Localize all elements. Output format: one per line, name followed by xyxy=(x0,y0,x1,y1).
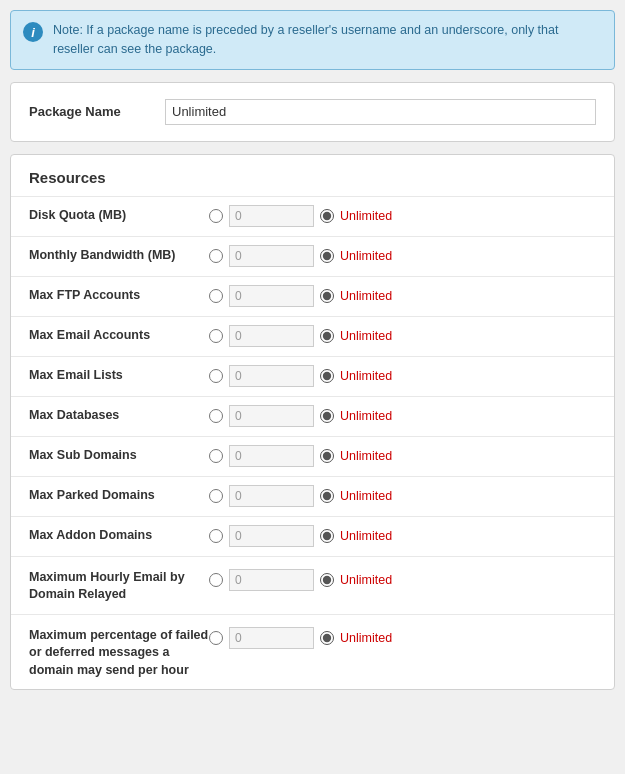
resource-row-max_hourly_email: Maximum Hourly Email by Domain Relayed U… xyxy=(11,556,614,614)
unlimited-label-max_failed_pct: Unlimited xyxy=(340,631,392,645)
resource-row-max_addon: Max Addon Domains Unlimited xyxy=(11,516,614,556)
radio-number-max_addon[interactable] xyxy=(209,529,223,543)
info-icon: i xyxy=(23,22,43,42)
resource-controls-max_parked: Unlimited xyxy=(209,485,596,507)
unlimited-label-max_databases: Unlimited xyxy=(340,409,392,423)
unlimited-label-max_addon: Unlimited xyxy=(340,529,392,543)
number-input-max_email[interactable] xyxy=(229,325,314,347)
unlimited-label-max_email: Unlimited xyxy=(340,329,392,343)
resource-controls-max_hourly_email: Unlimited xyxy=(209,567,596,591)
resource-label-max_email_lists: Max Email Lists xyxy=(29,367,209,385)
package-name-label: Package Name xyxy=(29,104,149,119)
radio-unlimited-max_hourly_email[interactable] xyxy=(320,573,334,587)
radio-number-max_sub_domains[interactable] xyxy=(209,449,223,463)
resource-controls-max_addon: Unlimited xyxy=(209,525,596,547)
resource-row-max_ftp: Max FTP Accounts Unlimited xyxy=(11,276,614,316)
resource-controls-max_failed_pct: Unlimited xyxy=(209,625,596,649)
notice-banner: i Note: If a package name is preceded by… xyxy=(10,10,615,70)
unlimited-label-max_hourly_email: Unlimited xyxy=(340,573,392,587)
resource-row-disk_quota: Disk Quota (MB) Unlimited xyxy=(11,196,614,236)
resource-label-max_email: Max Email Accounts xyxy=(29,327,209,345)
package-name-row: Package Name xyxy=(29,99,596,125)
radio-number-max_failed_pct[interactable] xyxy=(209,631,223,645)
resource-label-max_addon: Max Addon Domains xyxy=(29,527,209,545)
radio-unlimited-max_databases[interactable] xyxy=(320,409,334,423)
number-input-monthly_bandwidth[interactable] xyxy=(229,245,314,267)
resource-label-max_databases: Max Databases xyxy=(29,407,209,425)
number-input-max_ftp[interactable] xyxy=(229,285,314,307)
resource-row-max_failed_pct: Maximum percentage of failed or deferred… xyxy=(11,614,614,690)
unlimited-label-max_parked: Unlimited xyxy=(340,489,392,503)
resource-label-max_failed_pct: Maximum percentage of failed or deferred… xyxy=(29,625,209,680)
resource-controls-disk_quota: Unlimited xyxy=(209,205,596,227)
radio-unlimited-max_email_lists[interactable] xyxy=(320,369,334,383)
radio-number-max_databases[interactable] xyxy=(209,409,223,423)
resource-row-max_email_lists: Max Email Lists Unlimited xyxy=(11,356,614,396)
number-input-max_databases[interactable] xyxy=(229,405,314,427)
radio-number-max_parked[interactable] xyxy=(209,489,223,503)
resource-label-max_sub_domains: Max Sub Domains xyxy=(29,447,209,465)
package-name-input[interactable] xyxy=(165,99,596,125)
radio-unlimited-max_failed_pct[interactable] xyxy=(320,631,334,645)
resources-title: Resources xyxy=(11,155,614,196)
resource-controls-max_databases: Unlimited xyxy=(209,405,596,427)
radio-number-max_email_lists[interactable] xyxy=(209,369,223,383)
resource-row-monthly_bandwidth: Monthly Bandwidth (MB) Unlimited xyxy=(11,236,614,276)
resource-row-max_sub_domains: Max Sub Domains Unlimited xyxy=(11,436,614,476)
radio-number-monthly_bandwidth[interactable] xyxy=(209,249,223,263)
radio-number-max_hourly_email[interactable] xyxy=(209,573,223,587)
number-input-max_failed_pct[interactable] xyxy=(229,627,314,649)
radio-number-max_ftp[interactable] xyxy=(209,289,223,303)
unlimited-label-max_sub_domains: Unlimited xyxy=(340,449,392,463)
resource-controls-max_email: Unlimited xyxy=(209,325,596,347)
number-input-max_email_lists[interactable] xyxy=(229,365,314,387)
unlimited-label-max_ftp: Unlimited xyxy=(340,289,392,303)
number-input-max_sub_domains[interactable] xyxy=(229,445,314,467)
radio-unlimited-max_addon[interactable] xyxy=(320,529,334,543)
resource-label-disk_quota: Disk Quota (MB) xyxy=(29,207,209,225)
resource-label-max_ftp: Max FTP Accounts xyxy=(29,287,209,305)
resource-row-max_parked: Max Parked Domains Unlimited xyxy=(11,476,614,516)
unlimited-label-max_email_lists: Unlimited xyxy=(340,369,392,383)
resource-label-max_hourly_email: Maximum Hourly Email by Domain Relayed xyxy=(29,567,209,604)
number-input-max_parked[interactable] xyxy=(229,485,314,507)
radio-unlimited-max_ftp[interactable] xyxy=(320,289,334,303)
radio-number-max_email[interactable] xyxy=(209,329,223,343)
number-input-max_addon[interactable] xyxy=(229,525,314,547)
resources-card: Resources Disk Quota (MB) Unlimited Mont… xyxy=(10,154,615,691)
number-input-max_hourly_email[interactable] xyxy=(229,569,314,591)
radio-unlimited-max_sub_domains[interactable] xyxy=(320,449,334,463)
radio-unlimited-max_email[interactable] xyxy=(320,329,334,343)
radio-unlimited-monthly_bandwidth[interactable] xyxy=(320,249,334,263)
unlimited-label-monthly_bandwidth: Unlimited xyxy=(340,249,392,263)
resource-row-max_databases: Max Databases Unlimited xyxy=(11,396,614,436)
resource-label-max_parked: Max Parked Domains xyxy=(29,487,209,505)
resource-controls-monthly_bandwidth: Unlimited xyxy=(209,245,596,267)
number-input-disk_quota[interactable] xyxy=(229,205,314,227)
notice-text: Note: If a package name is preceded by a… xyxy=(53,21,602,59)
radio-number-disk_quota[interactable] xyxy=(209,209,223,223)
unlimited-label-disk_quota: Unlimited xyxy=(340,209,392,223)
radio-unlimited-disk_quota[interactable] xyxy=(320,209,334,223)
radio-unlimited-max_parked[interactable] xyxy=(320,489,334,503)
resource-label-monthly_bandwidth: Monthly Bandwidth (MB) xyxy=(29,247,209,265)
resource-row-max_email: Max Email Accounts Unlimited xyxy=(11,316,614,356)
resource-controls-max_ftp: Unlimited xyxy=(209,285,596,307)
resource-controls-max_email_lists: Unlimited xyxy=(209,365,596,387)
resource-controls-max_sub_domains: Unlimited xyxy=(209,445,596,467)
package-name-card: Package Name xyxy=(10,82,615,142)
